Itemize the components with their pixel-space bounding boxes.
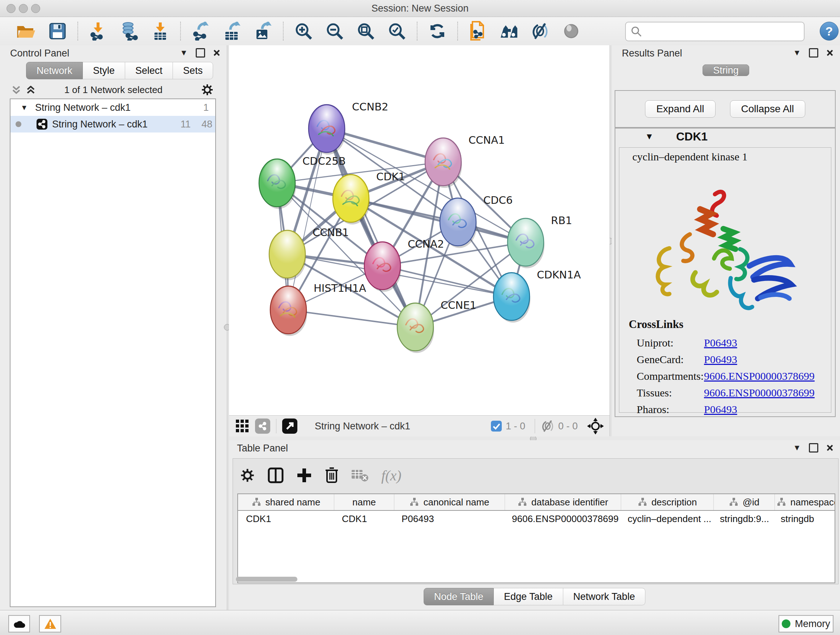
network-node-cdc6[interactable]: CDC6 xyxy=(440,194,513,248)
function-builder-icon[interactable]: f(x) xyxy=(381,467,401,484)
table-cell[interactable]: stringdb:9... xyxy=(712,513,773,524)
crosslink-link[interactable]: P06493 xyxy=(704,403,737,416)
cloud-button[interactable] xyxy=(8,615,30,632)
warning-button[interactable] xyxy=(39,615,61,632)
table-cell[interactable]: P06493 xyxy=(393,513,504,524)
collapse-section-icon[interactable]: ▼ xyxy=(645,131,654,141)
binoculars-icon[interactable] xyxy=(499,21,519,42)
float-panel-icon[interactable]: ▼ xyxy=(793,443,801,453)
tab-select[interactable]: Select xyxy=(125,62,173,79)
table-cell[interactable]: 9606.ENSP00000378699 xyxy=(504,513,620,524)
network-node-cdk1[interactable]: CDK1 xyxy=(333,171,405,225)
tab-network-table[interactable]: Network Table xyxy=(563,588,646,605)
export-image-button[interactable] xyxy=(253,21,273,42)
table-cell[interactable]: CDK1 xyxy=(334,513,393,524)
network-share-icon[interactable] xyxy=(255,418,270,434)
table-cell[interactable]: CDK1 xyxy=(238,513,334,524)
network-graph-canvas[interactable]: CCNB2CCNA1CDC25BCDK1CDC6RB1CCNB1CCNA2CDK… xyxy=(229,45,609,415)
network-edge[interactable] xyxy=(288,310,415,327)
crosslink-link[interactable]: 9606.ENSP00000378699 xyxy=(704,386,815,399)
cytoscape-window: Session: New Session xyxy=(0,0,840,635)
network-list-subheader: 1 of 1 Network selected xyxy=(0,81,227,97)
float-panel-icon[interactable]: ▼ xyxy=(793,48,801,57)
export-network-button[interactable] xyxy=(190,21,211,42)
show-columns-icon[interactable] xyxy=(268,467,284,483)
column-header-name[interactable]: name xyxy=(334,494,394,510)
collapse-all-button[interactable]: Collapse All xyxy=(730,100,805,118)
network-collection-row[interactable]: ▼ String Network – cdk1 1 xyxy=(11,99,215,116)
crosslink-link[interactable]: 9606.ENSP00000378699 xyxy=(704,370,815,382)
network-node-rb1[interactable]: RB1 xyxy=(508,214,572,268)
zoom-out-button[interactable] xyxy=(324,21,345,42)
open-in-new-window-icon[interactable] xyxy=(282,418,297,434)
expand-all-button[interactable]: Expand All xyxy=(645,100,715,118)
table-cell[interactable]: stringdb xyxy=(773,513,835,524)
close-panel-icon[interactable] xyxy=(826,49,834,57)
refresh-layout-button[interactable] xyxy=(427,21,448,42)
crosslink-link[interactable]: P06493 xyxy=(704,353,737,366)
collection-expand-icon[interactable]: ▼ xyxy=(21,99,28,116)
open-session-button[interactable] xyxy=(16,21,37,42)
crosslink-label: Pharos: xyxy=(637,403,704,416)
import-network-file-button[interactable] xyxy=(88,21,109,42)
help-button[interactable]: ? xyxy=(820,22,838,41)
results-buttons-box: Expand All Collapse All xyxy=(615,90,836,128)
node-table[interactable]: shared namenamecanonical namedatabase id… xyxy=(237,494,835,583)
toolbar-separator xyxy=(180,22,181,41)
table-horizontal-scrollbar[interactable] xyxy=(236,577,297,582)
tab-node-table[interactable]: Node Table xyxy=(424,588,494,605)
toolbar-separator xyxy=(77,22,78,41)
tab-sets[interactable]: Sets xyxy=(173,62,213,79)
zoom-in-button[interactable] xyxy=(293,21,314,42)
export-table-button[interactable] xyxy=(221,21,242,42)
network-node-hist1h1a[interactable]: HIST1H1A xyxy=(270,282,366,336)
search-field[interactable] xyxy=(625,22,805,41)
delete-column-icon[interactable] xyxy=(325,467,339,483)
float-panel-icon[interactable]: ▼ xyxy=(180,48,188,57)
eye-slash-icon[interactable] xyxy=(530,21,551,42)
table-row[interactable]: CDK1CDK1P064939606.ENSP00000378699cyclin… xyxy=(238,511,835,527)
network-node-cdkn1a[interactable]: CDKN1A xyxy=(493,269,581,323)
delete-table-icon[interactable] xyxy=(352,469,368,482)
eye-icon[interactable] xyxy=(561,21,582,42)
network-row[interactable]: String Network – cdk1 11 48 xyxy=(11,116,215,133)
network-node-ccna1[interactable]: CCNA1 xyxy=(425,134,505,188)
save-session-button[interactable] xyxy=(47,21,68,42)
gear-icon[interactable] xyxy=(201,84,213,96)
tab-style[interactable]: Style xyxy=(83,62,125,79)
memory-button[interactable]: Memory xyxy=(778,615,834,632)
add-column-icon[interactable] xyxy=(297,468,312,483)
hidden-eye-icon[interactable] xyxy=(541,420,554,432)
column-header-namespace[interactable]: namespace xyxy=(775,494,835,510)
column-header--id[interactable]: @id xyxy=(714,494,775,510)
maximize-panel-icon[interactable] xyxy=(809,443,818,453)
import-table-file-button[interactable] xyxy=(150,21,171,42)
zoom-selected-button[interactable] xyxy=(386,21,407,42)
import-network-database-button[interactable] xyxy=(118,21,140,42)
selected-checkbox-icon[interactable] xyxy=(491,420,502,432)
tab-edge-table[interactable]: Edge Table xyxy=(494,588,563,605)
column-header-shared-name[interactable]: shared name xyxy=(238,494,334,510)
network-node-ccnb2[interactable]: CCNB2 xyxy=(309,101,388,155)
birdseye-crosshair-icon[interactable] xyxy=(587,418,604,434)
crosslink-link[interactable]: P06493 xyxy=(704,337,737,349)
maximize-panel-icon[interactable] xyxy=(196,48,205,57)
close-panel-icon[interactable] xyxy=(213,49,220,57)
grid-view-icon[interactable] xyxy=(235,419,249,433)
gene-section-header[interactable]: ▼ CDK1 xyxy=(615,128,835,145)
close-panel-icon[interactable] xyxy=(826,444,834,451)
tab-network[interactable]: Network xyxy=(26,62,83,79)
tab-string[interactable]: String xyxy=(703,65,749,76)
maximize-panel-icon[interactable] xyxy=(809,48,818,57)
table-cell[interactable]: cyclin–dependent ... xyxy=(620,513,712,524)
column-header-description[interactable]: description xyxy=(621,494,714,510)
zoom-fit-button[interactable] xyxy=(355,21,376,42)
column-header-database-identifier[interactable]: database identifier xyxy=(505,494,621,510)
network-node-ccne1[interactable]: CCNE1 xyxy=(397,299,477,353)
search-input[interactable] xyxy=(645,26,804,38)
results-panel-header: Results Panel ▼ xyxy=(612,45,840,61)
string-import-button[interactable] xyxy=(467,21,488,42)
control-panel-header: Control Panel ▼ xyxy=(0,45,227,61)
column-header-canonical-name[interactable]: canonical name xyxy=(394,494,505,510)
gear-icon[interactable] xyxy=(240,468,255,483)
